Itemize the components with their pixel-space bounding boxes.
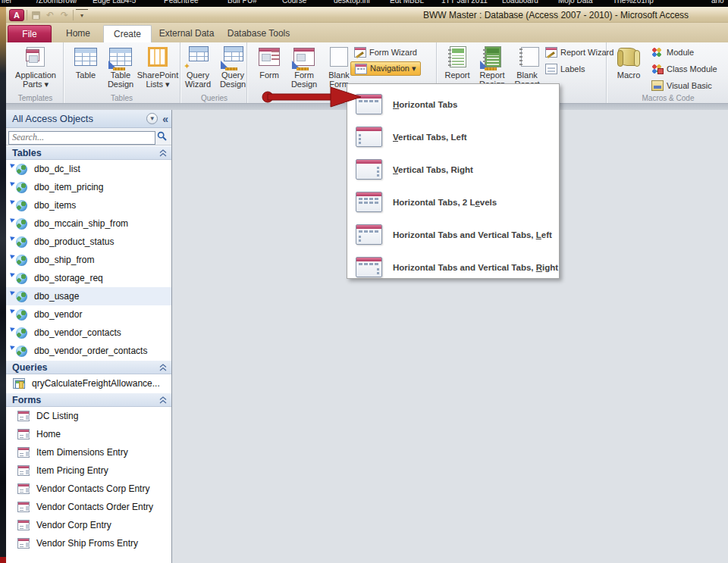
- search-bar: [6, 128, 171, 145]
- linked-table-icon: [16, 255, 27, 266]
- sidebar-item-table[interactable]: dbo_vendor_contacts: [6, 324, 171, 342]
- save-button[interactable]: [30, 9, 42, 21]
- sidebar-item-table[interactable]: dbo_items: [6, 196, 171, 214]
- form-wizard-button[interactable]: Form Wizard: [350, 45, 421, 59]
- sidebar-item-table-selected[interactable]: dbo_usage: [6, 287, 171, 305]
- report-design-button[interactable]: Report Design: [475, 44, 510, 89]
- linked-table-icon: [16, 309, 27, 321]
- group-queries: ✦ Query Wizard Query Design Queries: [182, 42, 247, 103]
- report-button[interactable]: Report: [440, 44, 475, 89]
- section-header-forms[interactable]: Forms: [6, 393, 171, 407]
- form-object-icon: [17, 447, 30, 458]
- shutter-close-icon[interactable]: «: [162, 114, 168, 124]
- linked-table-icon: [16, 327, 27, 339]
- query-wizard-button[interactable]: ✦ Query Wizard: [180, 44, 215, 89]
- section-header-tables[interactable]: Tables: [6, 145, 171, 160]
- sidebar-item-form[interactable]: Home: [6, 425, 171, 443]
- visual-basic-button[interactable]: Visual Basic: [648, 78, 721, 92]
- sharepoint-lists-icon: [146, 45, 170, 69]
- form-icon: [257, 45, 281, 69]
- group-label-templates: Templates: [8, 94, 63, 102]
- customize-qat-button[interactable]: ▾: [76, 9, 88, 21]
- sidebar-item-table[interactable]: dbo_product_status: [6, 233, 171, 251]
- desktop-label: ano: [711, 0, 724, 5]
- application-parts-button[interactable]: Application Parts ▾: [18, 44, 53, 89]
- query-design-button[interactable]: Query Design: [215, 44, 250, 89]
- sidebar-item-table[interactable]: dbo_ship_from: [6, 251, 171, 269]
- form-wizard-icon: [354, 47, 366, 58]
- query-wizard-icon: ✦: [186, 45, 210, 69]
- sidebar-item-form[interactable]: Vendor Contacts Order Entry: [6, 498, 171, 516]
- form-button[interactable]: Form: [252, 44, 287, 89]
- horizontal-and-vertical-tabs-right-icon: [356, 257, 382, 277]
- form-object-icon: [17, 502, 30, 512]
- linked-table-icon: [16, 236, 27, 248]
- module-button[interactable]: Module: [648, 45, 721, 59]
- sidebar-item-table[interactable]: dbo_mccain_ship_from: [6, 214, 171, 233]
- section-header-queries[interactable]: Queries: [6, 360, 171, 374]
- application-parts-icon: [24, 45, 48, 69]
- sidebar-item-form[interactable]: DC Listing: [6, 407, 171, 425]
- report-icon: [445, 45, 469, 69]
- desktop-label: Edge Lab4-5: [93, 0, 136, 5]
- tab-home[interactable]: Home: [55, 25, 102, 42]
- sidebar-item-form[interactable]: Vendor Ship Froms Entry: [6, 534, 171, 552]
- blank-report-button[interactable]: Blank Report: [510, 44, 544, 89]
- sharepoint-lists-button[interactable]: SharePoint Lists ▾: [138, 44, 177, 89]
- sidebar-item-table[interactable]: dbo_vendor: [6, 305, 171, 324]
- sidebar-item-table[interactable]: dbo_dc_list: [6, 160, 171, 178]
- annotation-arrow: [258, 86, 366, 109]
- redo-button[interactable]: ↷: [58, 9, 71, 21]
- query-design-icon: [221, 45, 245, 69]
- menu-item-vertical-tabs-left[interactable]: Vertical Tabs, Left: [347, 120, 559, 153]
- report-design-icon: [480, 45, 504, 69]
- form-design-button[interactable]: Form Design: [287, 44, 322, 89]
- sidebar-item-form[interactable]: Vendor Corp Entry: [6, 516, 171, 534]
- form-object-icon: [17, 465, 30, 476]
- sidebar-item-form[interactable]: Item Pricing Entry: [6, 461, 171, 480]
- access-logo-icon[interactable]: A: [9, 9, 24, 21]
- divider: [27, 10, 27, 20]
- undo-button[interactable]: ↶: [44, 9, 56, 21]
- macro-icon: [617, 45, 641, 69]
- linked-table-icon: [16, 218, 27, 230]
- sidebar-item-form[interactable]: Vendor Contacts Corp Entry: [6, 480, 171, 498]
- macro-button[interactable]: Macro: [611, 44, 646, 80]
- tab-create[interactable]: Create: [103, 25, 152, 42]
- form-object-icon: [17, 411, 30, 421]
- blank-form-icon: [327, 45, 351, 69]
- class-module-button[interactable]: Class Module: [648, 61, 721, 76]
- nav-pane-menu-button[interactable]: ▼: [146, 113, 158, 124]
- chevron-up-icon: [159, 364, 167, 371]
- tab-external-data[interactable]: External Data: [155, 25, 218, 42]
- navigation-button[interactable]: Navigation ▾: [350, 61, 421, 76]
- navigation-dropdown-menu: Horizontal Tabs Vertical Tabs, Left Vert…: [347, 83, 560, 279]
- desktop-label: Edt MBBL: [390, 0, 424, 5]
- desktop-label: 1TT Jan 2011: [441, 0, 488, 5]
- chevron-up-icon: [159, 396, 167, 404]
- chevron-up-icon: [159, 149, 167, 157]
- menu-item-vertical-tabs-right[interactable]: Vertical Tabs, Right: [347, 153, 559, 186]
- report-wizard-button[interactable]: Report Wizard: [541, 45, 617, 59]
- labels-button[interactable]: Labels: [541, 61, 617, 76]
- title-bar[interactable]: A ↶ ↷ ▾ BWW Master : Database (Access 20…: [6, 7, 728, 23]
- table-design-button[interactable]: Table Design: [103, 44, 138, 89]
- tab-file[interactable]: File: [8, 25, 52, 42]
- desktop-label: /ZoomBrow/: [36, 0, 77, 5]
- menu-item-horizontal-and-vertical-tabs-right[interactable]: Horizontal Tabs and Vertical Tabs, Right: [347, 251, 559, 283]
- nav-pane-header[interactable]: All Access Objects ▼ «: [6, 110, 171, 128]
- search-input[interactable]: [8, 131, 155, 145]
- sidebar-item-query[interactable]: qryCalculateFreightAllowance...: [6, 374, 171, 393]
- sidebar-item-table[interactable]: dbo_vendor_order_contacts: [6, 342, 171, 360]
- menu-item-horizontal-tabs[interactable]: Horizontal Tabs: [347, 88, 559, 120]
- tab-database-tools[interactable]: Database Tools: [221, 25, 296, 42]
- search-icon[interactable]: [157, 131, 167, 141]
- table-button[interactable]: Table: [68, 44, 103, 89]
- sidebar-item-table[interactable]: dbo_storage_req: [6, 269, 171, 287]
- linked-table-icon: [16, 164, 27, 175]
- navigation-icon: [355, 64, 367, 74]
- sidebar-item-form[interactable]: Item Dimensions Entry: [6, 443, 171, 461]
- menu-item-horizontal-tabs-2-levels[interactable]: Horizontal Tabs, 2 Levels: [347, 186, 559, 218]
- sidebar-item-table[interactable]: dbo_item_pricing: [6, 178, 171, 196]
- menu-item-horizontal-and-vertical-tabs-left[interactable]: Horizontal Tabs and Vertical Tabs, Left: [347, 218, 559, 251]
